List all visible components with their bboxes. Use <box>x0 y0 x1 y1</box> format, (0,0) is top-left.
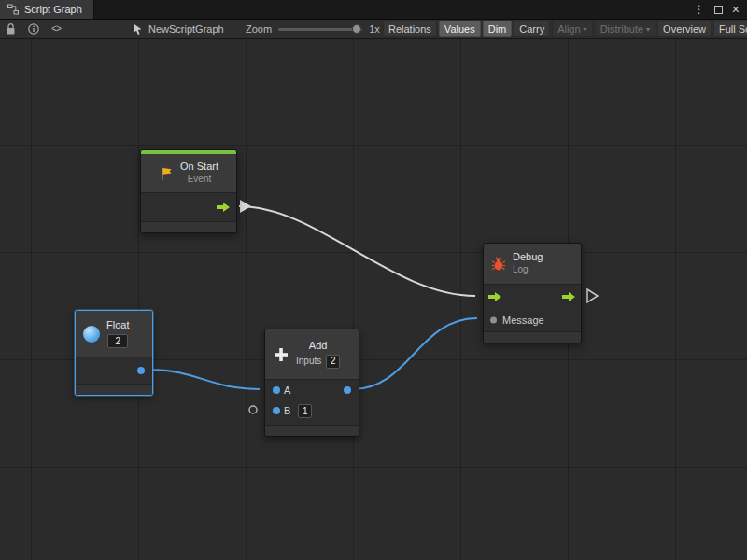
zoom-slider[interactable] <box>278 28 362 31</box>
distribute-dropdown[interactable]: Distribute▾ <box>595 21 655 37</box>
flow-output-port[interactable] <box>562 292 576 302</box>
node-footer <box>265 425 359 436</box>
inputs-label: Inputs <box>296 356 321 368</box>
full-screen-button[interactable]: Full Screen <box>713 21 747 37</box>
tab-script-graph[interactable]: Script Graph <box>0 0 94 19</box>
node-footer <box>484 331 581 343</box>
tab-title: Script Graph <box>24 4 82 15</box>
float-output-port[interactable] <box>137 367 145 374</box>
wire-float-to-add[interactable] <box>149 370 260 389</box>
toolbar-buttons: Relations Values Dim Carry Align▾ Distri… <box>383 20 747 38</box>
restore-icon[interactable] <box>714 6 723 14</box>
node-on-start[interactable]: On Start Event <box>140 149 237 233</box>
values-button[interactable]: Values <box>439 21 481 37</box>
node-header: Add Inputs 2 <box>265 329 359 380</box>
tab-bar: Script Graph ⋮ × <box>0 0 747 20</box>
input-a-label: A <box>284 385 290 396</box>
unconnected-port-indicator <box>249 406 257 413</box>
node-subtitle: Event <box>188 174 212 186</box>
wires-layer <box>0 39 747 560</box>
bug-icon <box>491 256 506 273</box>
node-add[interactable]: Add Inputs 2 A B 1 <box>264 329 359 437</box>
flow-output-port[interactable] <box>217 203 231 213</box>
chevron-down-icon: ▾ <box>646 25 650 34</box>
node-header: Debug Log <box>484 244 581 285</box>
wire-onstart-to-debuglog[interactable] <box>239 206 475 296</box>
close-icon[interactable]: × <box>732 3 740 16</box>
sum-output-port[interactable] <box>344 386 351 394</box>
float-value-field[interactable]: 2 <box>107 334 128 348</box>
node-title: Add <box>309 340 328 353</box>
input-b-value-field[interactable]: 1 <box>298 404 312 418</box>
input-b-label: B <box>284 405 290 416</box>
plus-icon <box>273 346 289 363</box>
script-graph-icon <box>7 1 19 18</box>
node-debug-log[interactable]: Debug Log Message <box>483 243 582 343</box>
chevron-down-icon: ▾ <box>584 25 587 34</box>
zoom-control: Zoom 1x <box>246 20 380 38</box>
graph-canvas[interactable]: On Start Event <box>0 39 747 560</box>
inputs-count-field[interactable]: 2 <box>326 355 340 369</box>
node-footer <box>76 384 152 395</box>
graph-toolbar: <> NewScriptGraph Zoom 1x Relations Valu… <box>0 20 747 39</box>
zoom-label: Zoom <box>246 23 272 35</box>
node-footer <box>141 221 236 232</box>
pointer-icon <box>133 21 143 37</box>
input-b-port[interactable] <box>273 407 280 414</box>
message-port-label: Message <box>502 315 544 326</box>
node-float[interactable]: Float 2 <box>75 310 153 396</box>
graph-name-group: NewScriptGraph <box>133 20 224 38</box>
info-icon[interactable] <box>28 21 39 37</box>
message-input-port[interactable] <box>490 317 497 324</box>
graph-name-label[interactable]: NewScriptGraph <box>148 23 224 35</box>
node-header: On Start Event <box>141 154 236 193</box>
flow-continuation-indicator <box>587 289 598 302</box>
relations-button[interactable]: Relations <box>383 21 437 37</box>
unity-script-graph-window: Script Graph ⋮ × <> NewScriptGraph Zoom <box>0 0 747 560</box>
flow-input-port[interactable] <box>488 292 502 302</box>
float-type-icon <box>83 326 100 343</box>
input-a-port[interactable] <box>273 386 280 394</box>
node-title: Debug <box>513 251 543 264</box>
node-title: On Start <box>180 161 218 174</box>
zoom-value: 1x <box>369 23 380 35</box>
wire-add-to-debuglog[interactable] <box>353 318 477 389</box>
window-controls: ⋮ × <box>694 0 747 19</box>
lock-icon[interactable] <box>6 21 16 37</box>
toolbar-left-icons: <> <box>6 20 61 38</box>
dim-button[interactable]: Dim <box>483 21 513 37</box>
node-title: Float <box>106 319 129 332</box>
overview-button[interactable]: Overview <box>657 21 712 37</box>
node-subtitle: Log <box>513 264 529 276</box>
align-dropdown[interactable]: Align▾ <box>552 21 592 37</box>
menu-icon[interactable]: ⋮ <box>694 3 705 16</box>
wire-start-arrowhead <box>240 200 251 213</box>
code-icon[interactable]: <> <box>51 21 61 37</box>
node-header: Float 2 <box>76 311 152 357</box>
flag-icon <box>159 165 174 182</box>
carry-button[interactable]: Carry <box>514 21 550 37</box>
zoom-slider-handle[interactable] <box>352 24 361 34</box>
